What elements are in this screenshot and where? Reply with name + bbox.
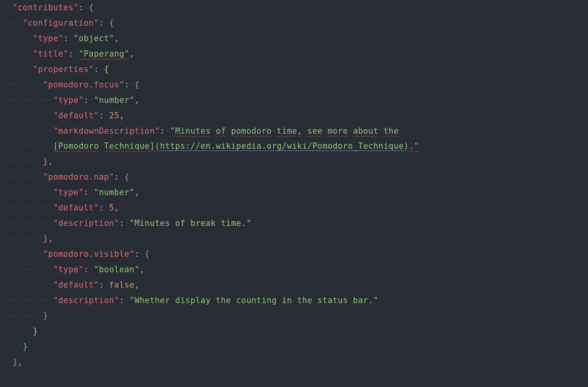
brace: { (104, 64, 109, 74)
code-line[interactable]: ··········"default":·25, (0, 108, 584, 123)
whitespace: · (104, 280, 109, 290)
json-key: "default" (53, 280, 99, 290)
json-key: "type" (53, 265, 83, 274)
colon: : (114, 172, 119, 182)
json-key: "pomodoro.visible" (43, 249, 135, 259)
whitespace: ·· (2, 3, 13, 12)
json-number: 25 (109, 111, 119, 120)
json-key: "description" (53, 296, 119, 305)
colon: : (160, 126, 165, 136)
colon: : (99, 280, 104, 290)
json-boolean: false (109, 280, 135, 290)
whitespace: · (119, 172, 124, 182)
whitespace: ········ (2, 157, 43, 166)
colon: : (68, 49, 74, 59)
whitespace: ········ (2, 80, 43, 89)
code-line[interactable]: ··········"type":·"number", (0, 93, 584, 108)
colon: : (63, 34, 68, 43)
code-line[interactable]: ··········"markdownDescription":·"Minute… (0, 123, 584, 139)
json-key: "description" (53, 218, 119, 228)
json-string: "boolean" (94, 265, 140, 274)
json-string: "number" (94, 95, 135, 105)
code-line[interactable]: ··········"description":·"Minutes of bre… (0, 216, 584, 231)
code-line[interactable]: ········"pomodoro.visible":·{ (0, 247, 584, 262)
json-string: of (216, 126, 226, 136)
comma: , (18, 357, 23, 367)
whitespace: ·········· (2, 280, 53, 290)
whitespace: · (104, 18, 109, 28)
colon: : (119, 296, 124, 305)
code-line[interactable]: ····"configuration":·{ (0, 15, 584, 31)
json-string: the (383, 126, 399, 136)
whitespace: ······ (2, 34, 33, 43)
brace: { (135, 80, 140, 89)
whitespace: ······ (2, 64, 33, 74)
json-key: "default" (53, 203, 99, 212)
json-string: pomodoro (231, 126, 272, 136)
whitespace: · (348, 126, 353, 136)
whitespace: · (83, 3, 89, 12)
json-string: about (353, 126, 378, 136)
whitespace: · (378, 126, 383, 136)
whitespace: · (89, 265, 94, 274)
whitespace: · (129, 80, 135, 89)
colon: : (135, 249, 140, 259)
whitespace: ········ (2, 234, 43, 243)
whitespace: ···· (2, 18, 23, 28)
whitespace: ······ (2, 49, 33, 59)
json-string: )." (404, 141, 419, 151)
brace: } (43, 234, 48, 243)
code-line[interactable]: ··"contributes":·{ (0, 0, 584, 15)
code-line[interactable]: ········"pomodoro.nap":·{ (0, 169, 584, 185)
code-line[interactable]: ··········"default":·5, (0, 200, 584, 216)
code-line[interactable]: ········}, (0, 231, 584, 247)
code-line[interactable]: ········"pomodoro.focus":·{ (0, 77, 584, 93)
brace: } (13, 357, 18, 367)
whitespace: ·········· (2, 188, 53, 197)
colon: : (94, 64, 99, 74)
brace: { (145, 249, 150, 259)
json-key: "type" (53, 188, 83, 197)
whitespace: · (165, 126, 170, 136)
code-line[interactable]: ········}, (0, 154, 584, 169)
comma: , (129, 49, 135, 59)
code-line[interactable]: ······"type":·"object", (0, 31, 584, 46)
whitespace: · (89, 95, 94, 105)
colon: : (119, 218, 124, 228)
json-string: "number" (94, 188, 135, 197)
colon: : (99, 111, 104, 120)
comma: , (114, 34, 119, 43)
comma: , (135, 280, 140, 290)
whitespace: · (89, 188, 94, 197)
whitespace: ········ (2, 172, 43, 182)
code-editor[interactable]: ··"contributes":·{ ····"configuration":·… (0, 0, 588, 378)
json-key: "type" (53, 95, 83, 105)
code-line[interactable]: ··········"default":·false, (0, 277, 584, 293)
code-line[interactable]: ··········[Pomodoro Technique](https://e… (0, 138, 584, 154)
whitespace: · (302, 126, 307, 136)
code-line[interactable]: ····} (0, 339, 584, 355)
comma: , (114, 203, 119, 212)
colon: : (83, 188, 89, 197)
code-line[interactable]: ······"title":·"Paperang", (0, 46, 584, 62)
brace: } (33, 326, 38, 336)
whitespace: ········ (2, 311, 43, 321)
code-line[interactable]: ······} (0, 324, 584, 339)
colon: : (99, 203, 104, 212)
code-line[interactable]: ··········"type":·"boolean", (0, 262, 584, 277)
comma: , (119, 111, 124, 120)
whitespace: · (272, 126, 277, 136)
whitespace: ···· (2, 342, 23, 351)
code-line[interactable]: ··········"description":·"Whether displa… (0, 293, 584, 308)
json-string: "Minutes of break time." (129, 218, 251, 228)
json-string: more (328, 126, 348, 136)
colon: : (79, 3, 84, 12)
json-url[interactable]: https://en.wikipedia.org/wiki/Pomodoro_T… (160, 141, 404, 151)
code-line[interactable]: ········} (0, 308, 584, 324)
code-line[interactable]: ··}, (0, 355, 584, 370)
colon: : (83, 265, 89, 274)
code-line[interactable]: ··········"type":·"number", (0, 185, 584, 200)
whitespace: · (322, 126, 328, 136)
comma: , (135, 95, 140, 105)
code-line[interactable]: ······"properties":·{ (0, 62, 584, 77)
